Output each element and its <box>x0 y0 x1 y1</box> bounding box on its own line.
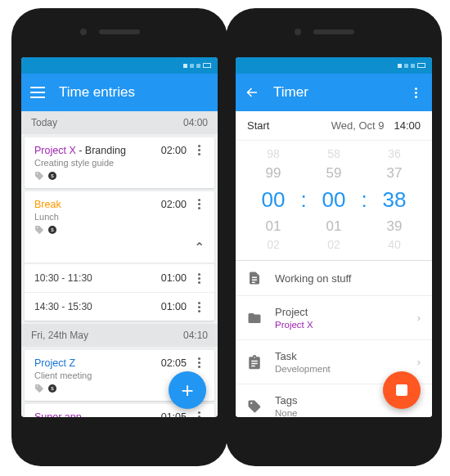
tag-icon <box>34 384 44 393</box>
picker-minutes[interactable]: 00 <box>315 184 353 216</box>
sub-entry-range: 14:30 - 15:30 <box>34 301 161 312</box>
sub-entry-dur: 01:00 <box>161 272 187 284</box>
entry-project: Break <box>34 199 61 210</box>
folder-icon <box>247 311 263 326</box>
fab-stop-button[interactable] <box>383 371 421 409</box>
entry-project: Super app <box>34 411 82 417</box>
entry-sub: Client meeting <box>34 370 161 380</box>
page-title: Time entries <box>59 84 209 101</box>
more-icon[interactable] <box>193 302 205 312</box>
back-icon[interactable] <box>244 84 260 101</box>
start-row[interactable]: Start Wed, Oct 9 14:00 <box>236 111 432 141</box>
tag-icon <box>34 225 44 235</box>
billable-icon: $ <box>47 225 57 235</box>
billable-icon: $ <box>47 171 57 181</box>
screen-left: Time entries Today 04:00 Project X - Bra… <box>21 57 218 417</box>
timer-content: Start Wed, Oct 9 14:00 985836 995937 00:… <box>236 111 432 417</box>
more-icon[interactable] <box>193 357 205 368</box>
section-header: Fri, 24th May 04:10 <box>21 324 218 347</box>
tag-icon <box>34 171 44 181</box>
app-bar: Time entries <box>21 74 218 111</box>
description-icon <box>247 271 263 285</box>
more-icon[interactable] <box>193 273 205 284</box>
chevron-right-icon: › <box>417 356 421 368</box>
section-label: Today <box>31 117 57 128</box>
task-label: Task <box>275 350 406 362</box>
menu-icon[interactable] <box>29 84 46 101</box>
tags-value: None <box>275 408 421 417</box>
stop-icon <box>396 384 407 396</box>
picker-seconds[interactable]: 38 <box>376 184 413 216</box>
project-label: Project <box>275 306 406 318</box>
chevron-up-icon[interactable]: ⌃ <box>194 240 205 254</box>
entry-sub: Lunch <box>34 212 161 222</box>
entry-sub: Creating style guide <box>34 158 161 168</box>
sub-entry[interactable]: 14:30 - 15:30 01:00 <box>25 292 214 321</box>
plus-icon: + <box>181 378 193 403</box>
page-title: Timer <box>273 84 394 101</box>
section-header: Today 04:00 <box>21 111 218 134</box>
status-bar <box>236 57 432 74</box>
sub-entry-dur: 01:00 <box>161 301 187 312</box>
section-label: Fri, 24th May <box>31 330 88 341</box>
project-value: Project X <box>275 320 406 330</box>
device-frame-left: Time entries Today 04:00 Project X - Bra… <box>11 8 227 466</box>
start-time: 14:00 <box>394 119 421 132</box>
section-total: 04:10 <box>183 330 208 341</box>
entry-project: Project Z <box>34 357 75 369</box>
entry-duration: 02:05 <box>161 357 187 369</box>
more-icon[interactable] <box>193 145 205 155</box>
entry-card[interactable]: Project X - Branding Creating style guid… <box>25 137 214 188</box>
device-camera <box>80 29 87 35</box>
description-value: Working on stuff <box>275 272 421 285</box>
sub-entry[interactable]: 10:30 - 11:30 01:00 <box>25 263 214 292</box>
device-speaker <box>313 29 354 34</box>
entry-duration: 02:00 <box>161 199 187 210</box>
overflow-icon[interactable] <box>407 84 424 101</box>
sub-entry-range: 10:30 - 11:30 <box>34 272 161 284</box>
app-bar: Timer <box>236 74 432 111</box>
picker-hours[interactable]: 00 <box>254 184 292 216</box>
device-camera <box>295 29 301 35</box>
more-icon[interactable] <box>193 411 205 417</box>
status-bar <box>21 57 218 74</box>
project-row[interactable]: Project Project X › <box>236 296 432 340</box>
section-total: 04:00 <box>183 117 208 128</box>
entry-desc: Branding <box>85 145 126 156</box>
start-date: Wed, Oct 9 <box>269 119 384 132</box>
tag-icon <box>247 399 263 414</box>
description-row[interactable]: Working on stuff <box>236 261 432 296</box>
device-speaker <box>99 29 140 34</box>
more-icon[interactable] <box>193 199 205 209</box>
task-value: Development <box>275 364 406 374</box>
entries-list: Today 04:00 Project X - Branding Creatin… <box>21 111 218 417</box>
svg-rect-6 <box>396 384 407 396</box>
chevron-right-icon: › <box>417 312 421 324</box>
entry-project: Project X <box>34 145 76 156</box>
device-frame-right: Timer Start Wed, Oct 9 14:00 985836 9959… <box>226 8 442 466</box>
task-icon <box>247 355 263 370</box>
fab-add-button[interactable]: + <box>169 371 206 409</box>
entry-card[interactable]: Break Lunch $ 02:00 ⌃ <box>25 191 214 321</box>
entry-duration: 01:05 <box>161 411 187 417</box>
time-picker[interactable]: 985836 995937 00:00:38 010139 020240 <box>236 141 432 261</box>
billable-icon: $ <box>47 384 57 393</box>
entry-duration: 02:00 <box>161 145 187 156</box>
screen-right: Timer Start Wed, Oct 9 14:00 985836 9959… <box>236 57 432 417</box>
start-label: Start <box>247 119 269 132</box>
